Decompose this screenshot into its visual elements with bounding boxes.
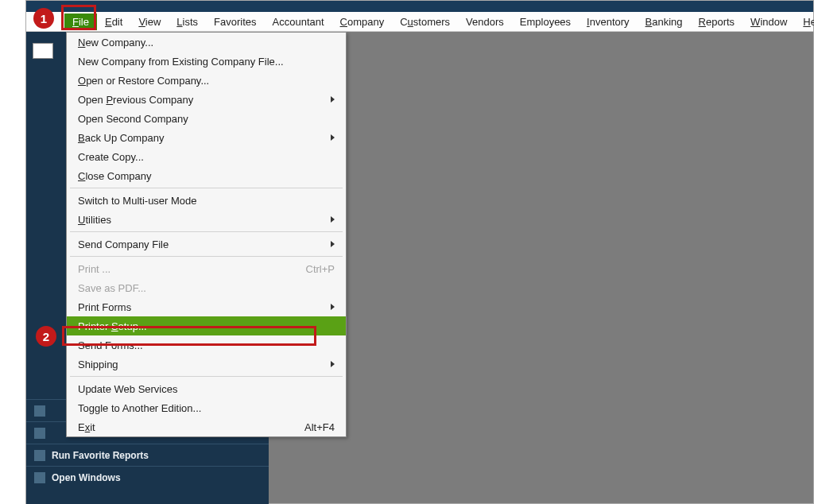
menu-item-label: New Company from Existing Company File..… [78,56,284,68]
menu-item-update-web-services[interactable]: Update Web Services [67,379,346,398]
menu-item-label: Toggle to Another Edition... [78,402,201,414]
menu-accountant[interactable]: Accountant [265,14,332,30]
menu-item-printer-setup[interactable]: Printer Setup... [67,316,346,335]
menu-item-exit[interactable]: ExitAlt+F4 [67,417,346,436]
menu-item-label: Send Company File [78,238,169,250]
menu-item-label: Exit [78,421,95,433]
menu-item-new-company[interactable]: New Company... [67,33,346,52]
menu-item-close-company[interactable]: Close Company [67,166,346,185]
menubar: FileEditViewListsFavoritesAccountantComp… [26,12,813,32]
annotation-callout-1: 1 [33,8,54,29]
menu-item-send-forms[interactable]: Send Forms... [67,335,346,355]
section-icon [34,405,45,417]
file-menu-dropdown: New Company...New Company from Existing … [66,32,347,437]
menu-view[interactable]: View [130,14,169,30]
menu-item-label: Update Web Services [78,383,178,395]
menu-item-label: Switch to Multi-user Mode [78,195,197,207]
sidebar-run-favorite-reports[interactable]: Run Favorite Reports [26,444,269,466]
menu-item-label: Save as PDF... [78,282,146,294]
menu-separator [70,376,343,377]
sidebar-label: Run Favorite Reports [52,450,149,461]
menu-separator [70,188,343,188]
menu-window[interactable]: Window [742,14,795,30]
menu-item-label: Send Forms... [78,339,143,351]
menu-item-label: Create Copy... [78,151,144,163]
menu-item-shipping[interactable]: Shipping [67,355,346,374]
menu-item-open-previous-company[interactable]: Open Previous Company [67,90,346,109]
annotation-callout-2: 2 [36,326,56,347]
menu-item-create-copy[interactable]: Create Copy... [67,147,346,166]
menu-item-utilities[interactable]: Utilities [67,210,346,229]
menu-banking[interactable]: Banking [638,14,691,30]
menu-item-open-second-company[interactable]: Open Second Company [67,109,346,128]
section-icon [34,428,45,439]
menu-item-print-forms[interactable]: Print Forms [67,297,346,316]
menu-inventory[interactable]: Inventory [579,14,638,30]
menu-item-label: Open Previous Company [78,94,193,106]
titlebar [26,1,813,12]
app-window: FileEditViewListsFavoritesAccountantComp… [25,0,814,504]
submenu-arrow-icon [331,96,335,103]
menu-vendors[interactable]: Vendors [458,14,512,30]
submenu-arrow-icon [331,241,335,247]
sidebar-label: Open Windows [52,472,121,483]
menu-item-label: Back Up Company [78,132,164,144]
menu-reports[interactable]: Reports [691,14,743,30]
menu-customers[interactable]: Customers [392,14,458,30]
menu-item-print: Print ...Ctrl+P [67,259,346,278]
menu-item-label: New Company... [78,37,153,48]
menu-item-send-company-file[interactable]: Send Company File [67,235,346,254]
menu-item-label: Printer Setup... [78,320,147,332]
submenu-arrow-icon [331,361,335,367]
menu-separator [70,256,343,257]
submenu-arrow-icon [331,216,335,223]
menu-item-label: Print Forms [78,301,131,313]
menu-lists[interactable]: Lists [169,14,206,30]
menu-item-switch-to-multi-user-mode[interactable]: Switch to Multi-user Mode [67,191,346,210]
menu-item-back-up-company[interactable]: Back Up Company [67,128,346,147]
menu-item-new-company-from-existing-company-file[interactable]: New Company from Existing Company File..… [67,52,346,71]
submenu-arrow-icon [331,134,335,141]
menu-item-toggle-to-another-edition[interactable]: Toggle to Another Edition... [67,398,346,417]
menu-shortcut: Ctrl+P [306,263,335,275]
sidebar-icon [33,43,53,59]
menu-item-label: Open Second Company [78,113,188,125]
menu-item-label: Close Company [78,170,152,182]
menu-separator [70,231,343,232]
menu-item-label: Utilities [78,214,111,226]
report-icon [34,450,45,461]
menu-edit[interactable]: Edit [97,14,130,30]
menu-shortcut: Alt+F4 [304,421,335,433]
sidebar-open-windows[interactable]: Open Windows [26,466,269,488]
menu-item-label: Print ... [78,263,110,275]
menu-item-label: Open or Restore Company... [78,75,209,87]
menu-item-label: Shipping [78,359,118,370]
windows-icon [34,472,45,483]
menu-favorites[interactable]: Favorites [206,14,264,30]
menu-item-save-as-pdf: Save as PDF... [67,278,346,297]
menu-company[interactable]: Company [332,14,393,30]
menu-file[interactable]: File [64,14,97,30]
menu-help[interactable]: Help [795,14,814,30]
menu-item-open-or-restore-company[interactable]: Open or Restore Company... [67,71,346,90]
menu-employees[interactable]: Employees [512,14,579,30]
submenu-arrow-icon [331,304,335,310]
